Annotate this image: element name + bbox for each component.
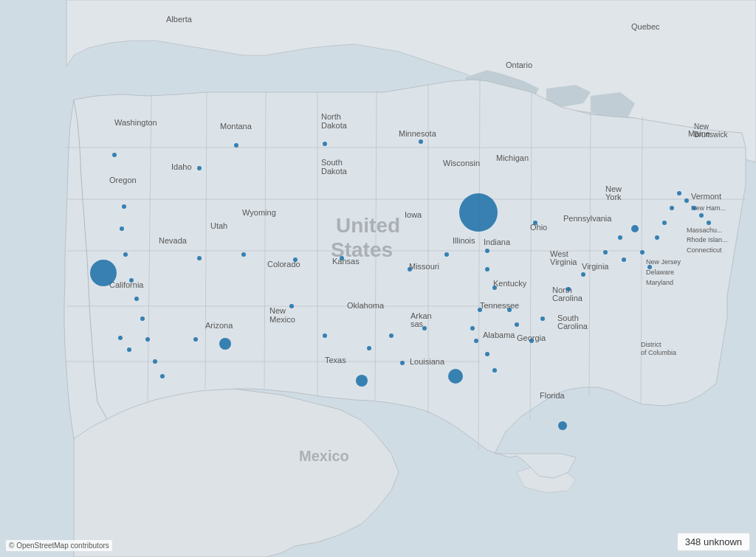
dot-25 <box>470 326 475 331</box>
dot-39 <box>647 265 652 269</box>
dot-17 <box>340 256 344 260</box>
dot-56 <box>234 143 238 148</box>
dot-12 <box>127 347 131 352</box>
dot-31 <box>529 339 534 343</box>
data-dot-chicago <box>459 193 498 232</box>
dot-40 <box>655 235 659 240</box>
count-badge: 348 unknown <box>677 533 750 551</box>
dot-28 <box>492 368 497 373</box>
dot-4 <box>123 252 128 257</box>
dot-29 <box>507 308 512 312</box>
dot-19 <box>444 252 449 257</box>
data-dot-phoenix <box>219 338 231 350</box>
ct-label: Connecticut <box>687 246 722 254</box>
data-dot-nashville <box>448 369 463 384</box>
dot-15 <box>241 252 246 257</box>
dot-41 <box>662 221 667 225</box>
dot-48 <box>400 361 405 365</box>
mass-label: Massachu... <box>687 226 723 234</box>
dot-42 <box>670 206 674 210</box>
dot-32 <box>540 316 545 321</box>
dot-37 <box>622 257 626 262</box>
us-label: United <box>336 214 400 237</box>
dot-26 <box>474 339 478 343</box>
dot-13 <box>197 256 202 260</box>
data-dot-la <box>90 260 117 286</box>
dot-8 <box>145 337 150 342</box>
dot-38 <box>640 250 645 255</box>
mexico-label: Mexico <box>299 448 349 464</box>
dot-6 <box>134 297 139 301</box>
dot-44 <box>684 198 689 203</box>
dot-1 <box>112 153 117 157</box>
dot-57 <box>197 166 202 170</box>
dot-2 <box>122 204 126 209</box>
nh-label: New Ham... <box>691 204 726 212</box>
dot-5 <box>129 278 134 283</box>
dot-55 <box>419 139 423 144</box>
data-dot-nyc <box>631 225 639 232</box>
map-attribution: © OpenStreetMap contributors <box>6 540 112 551</box>
md-label: Maryland <box>646 279 673 286</box>
dot-10 <box>160 374 165 378</box>
map-container: Washington Oregon California Idaho Nevad… <box>0 0 756 557</box>
dot-3 <box>120 226 124 231</box>
de-label: Delaware <box>646 269 674 276</box>
dot-47 <box>707 221 711 225</box>
dot-24 <box>478 308 482 312</box>
dot-53 <box>289 304 294 308</box>
dot-34 <box>581 272 585 277</box>
dot-21 <box>533 221 537 225</box>
data-dot-miami <box>558 421 567 430</box>
nj-label: New Jersey <box>646 258 681 266</box>
dot-11 <box>118 336 123 340</box>
dot-16 <box>293 257 298 262</box>
dot-43 <box>677 191 681 196</box>
dot-49 <box>367 346 371 350</box>
dot-18 <box>408 267 412 271</box>
dot-52 <box>323 333 327 338</box>
dot-23 <box>492 286 497 290</box>
dot-50 <box>389 333 394 338</box>
ri-label: Rhode Islan... <box>687 236 728 243</box>
dot-45 <box>692 206 696 210</box>
dot-54 <box>323 142 327 146</box>
dot-27 <box>485 352 489 356</box>
dot-14 <box>193 337 198 342</box>
dot-35 <box>603 250 608 255</box>
data-dot-houston <box>356 375 368 387</box>
dot-7 <box>140 316 145 321</box>
dot-9 <box>153 359 157 364</box>
dot-30 <box>515 322 519 327</box>
dot-51 <box>422 326 427 331</box>
dot-20 <box>485 249 489 253</box>
dot-33 <box>566 287 571 291</box>
dot-36 <box>618 235 622 240</box>
dot-22 <box>485 267 489 271</box>
dot-46 <box>699 213 704 218</box>
